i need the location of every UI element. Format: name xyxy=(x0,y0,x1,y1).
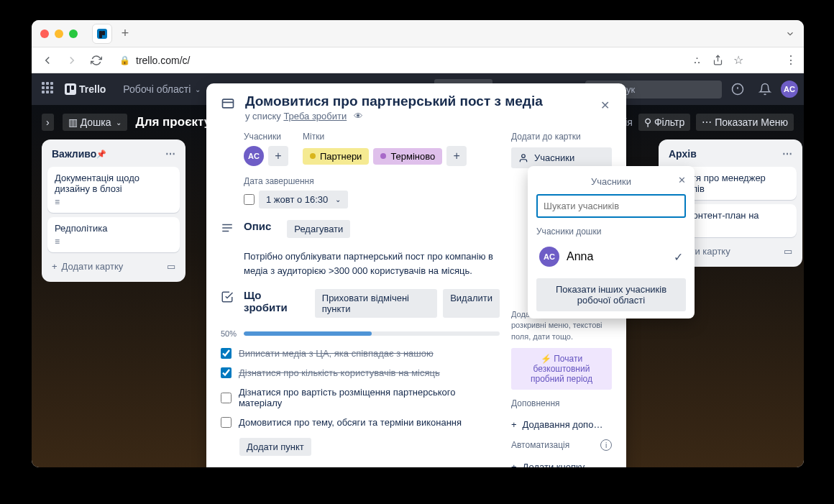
browser-menu-icon[interactable]: ⋮ xyxy=(785,53,797,67)
member-name: Anna xyxy=(567,250,593,263)
search-members-input[interactable] xyxy=(536,194,686,218)
hide-checked-btn[interactable]: Приховати відмічені пункти xyxy=(315,289,437,318)
checklist-item[interactable]: Дізнатися про кількість користувачів на … xyxy=(221,363,500,382)
trello-logo[interactable]: Trello xyxy=(65,83,106,95)
start-trial-btn[interactable]: ⚡ Почати безкоштовний пробний період xyxy=(511,348,612,390)
mac-titlebar: + xyxy=(32,20,804,47)
card-title[interactable]: Домовитися про партнерський пост з медіа xyxy=(245,93,543,109)
checklist-item[interactable]: Виписати медіа з ЦА, яка співпадає з наш… xyxy=(221,344,500,363)
board-members-label: Учасники дошки xyxy=(536,226,686,237)
watch-icon[interactable]: 👁 xyxy=(354,111,363,122)
edit-description-btn[interactable]: Редагувати xyxy=(287,220,350,238)
list-menu-icon[interactable]: ⋯ xyxy=(165,148,175,160)
check-box[interactable] xyxy=(221,417,232,428)
forward-btn[interactable] xyxy=(63,52,81,69)
list-title: Архів xyxy=(669,148,697,160)
description-text[interactable]: Потрібно опублікувати партнерський пост … xyxy=(244,249,500,278)
address-field[interactable]: 🔒 trello.com/c/ xyxy=(112,55,684,66)
check-box[interactable] xyxy=(221,348,232,359)
check-icon: ✓ xyxy=(674,250,683,264)
description-icon: ≡ xyxy=(55,197,173,207)
url-bar: 🔒 trello.com/c/ ⛬ ☆ ⋮ xyxy=(32,47,804,73)
minimize-window-btn[interactable] xyxy=(55,29,63,38)
notifications-icon[interactable] xyxy=(726,78,749,101)
close-popover-btn[interactable]: ✕ xyxy=(678,175,686,185)
add-member-btn[interactable]: + xyxy=(268,146,288,166)
user-icon xyxy=(518,153,528,163)
share-icon[interactable] xyxy=(712,55,723,65)
template-icon[interactable]: ▭ xyxy=(784,246,792,257)
check-box[interactable] xyxy=(221,393,232,403)
description-title: Опис xyxy=(244,220,271,232)
user-avatar[interactable]: AC xyxy=(781,81,798,98)
members-label: Учасники xyxy=(244,132,288,142)
addons-label: Доповнення xyxy=(511,398,612,408)
card-title: Редполітика xyxy=(55,223,173,234)
new-tab-btn[interactable]: + xyxy=(115,24,135,44)
board-title[interactable]: Для проєкту xyxy=(136,115,211,129)
card-item[interactable]: Редполітика ≡ xyxy=(47,217,180,252)
due-label: Дата завершення xyxy=(244,176,500,186)
automation-label: Автоматизаціяi xyxy=(511,439,612,451)
close-modal-btn[interactable]: ✕ xyxy=(593,93,616,116)
tab-strip: + xyxy=(92,24,135,44)
tab-overflow-btn[interactable] xyxy=(785,29,795,39)
list-important: Важливо 📌 ⋯ Документація щодо дизайну в … xyxy=(42,139,185,282)
workspaces-menu[interactable]: Робочі області⌄ xyxy=(116,79,208,99)
bookmark-icon[interactable]: ☆ xyxy=(733,53,743,67)
show-workspace-members-btn[interactable]: Показати інших учасників робочої області xyxy=(536,278,686,311)
list-header[interactable]: Архів ⋯ xyxy=(664,145,797,162)
add-button-btn[interactable]: + Додати кнопку xyxy=(511,457,612,467)
back-btn[interactable] xyxy=(39,52,56,69)
popover-header: Учасники ✕ xyxy=(536,173,686,194)
card-title: Документація щодо дизайну в блозі xyxy=(55,173,173,194)
browser-window: + 🔒 trello.com/c/ ⛬ ☆ ⋮ Trello Робочі об… xyxy=(32,20,804,467)
label-chip[interactable]: Терміново xyxy=(373,148,442,165)
labels-label: Мітки xyxy=(303,132,467,142)
apps-launcher-icon[interactable] xyxy=(42,82,56,96)
pin-icon: 📌 xyxy=(96,150,106,159)
member-row[interactable]: AC Anna ✓ xyxy=(536,242,686,271)
add-addon-btn[interactable]: + Додавання допо… xyxy=(511,414,612,435)
description-icon xyxy=(221,221,234,234)
due-date-btn[interactable]: 1 жовт о 16:30⌄ xyxy=(259,191,348,209)
list-header[interactable]: Важливо 📌 ⋯ xyxy=(47,145,180,162)
url-text: trello.com/c/ xyxy=(136,55,190,66)
sidebar-toggle[interactable]: › xyxy=(42,114,54,131)
maximize-window-btn[interactable] xyxy=(69,29,78,38)
list-link[interactable]: Треба зробити xyxy=(283,111,347,122)
check-box[interactable] xyxy=(221,367,232,378)
filter-btn[interactable]: ⚲ Фільтр xyxy=(638,114,690,131)
due-checkbox[interactable] xyxy=(244,194,255,205)
show-menu-btn[interactable]: ⋯ Показати Меню xyxy=(696,114,794,131)
active-tab[interactable] xyxy=(92,24,112,44)
info-icon[interactable]: i xyxy=(600,439,612,451)
translate-icon[interactable]: ⛬ xyxy=(692,54,702,66)
card-item[interactable]: Документація щодо дизайну в блозі ≡ xyxy=(47,167,180,213)
board-view-btn[interactable]: ▥ Дошка ⌄ xyxy=(63,114,127,131)
add-card-btn[interactable]: + Додати картку▭ xyxy=(47,257,180,276)
trello-logo-icon xyxy=(65,83,76,95)
member-avatar[interactable]: AC xyxy=(244,146,264,166)
label-chip[interactable]: Партнери xyxy=(303,148,369,165)
trello-favicon xyxy=(97,29,107,39)
add-to-card-label: Додати до картки xyxy=(511,132,612,142)
url-actions: ⛬ ☆ ⋮ xyxy=(692,53,797,67)
delete-checklist-btn[interactable]: Видалити xyxy=(443,289,500,318)
bell-icon[interactable] xyxy=(753,78,776,101)
checklist-item[interactable]: Дізнатися про вартість розміщення партне… xyxy=(221,382,500,413)
reload-btn[interactable] xyxy=(88,52,105,69)
close-window-btn[interactable] xyxy=(40,29,49,38)
checklist-item[interactable]: Домовитися про тему, обсяги та терміни в… xyxy=(221,413,500,432)
members-popover: Учасники ✕ Учасники дошки AC Anna ✓ Пока… xyxy=(528,166,695,319)
members-btn[interactable]: Учасники xyxy=(511,147,612,168)
add-checklist-item-btn[interactable]: Додати пункт xyxy=(239,438,311,456)
progress-bar xyxy=(244,331,500,336)
add-label-btn[interactable]: + xyxy=(446,146,467,166)
svg-point-16 xyxy=(522,154,526,157)
checklist-icon xyxy=(221,290,234,303)
template-icon[interactable]: ▭ xyxy=(167,261,175,272)
list-menu-icon[interactable]: ⋯ xyxy=(782,148,792,160)
board-actions: ція ⚲ Фільтр ⋯ Показати Меню xyxy=(619,114,794,131)
description-icon: ≡ xyxy=(55,237,173,247)
